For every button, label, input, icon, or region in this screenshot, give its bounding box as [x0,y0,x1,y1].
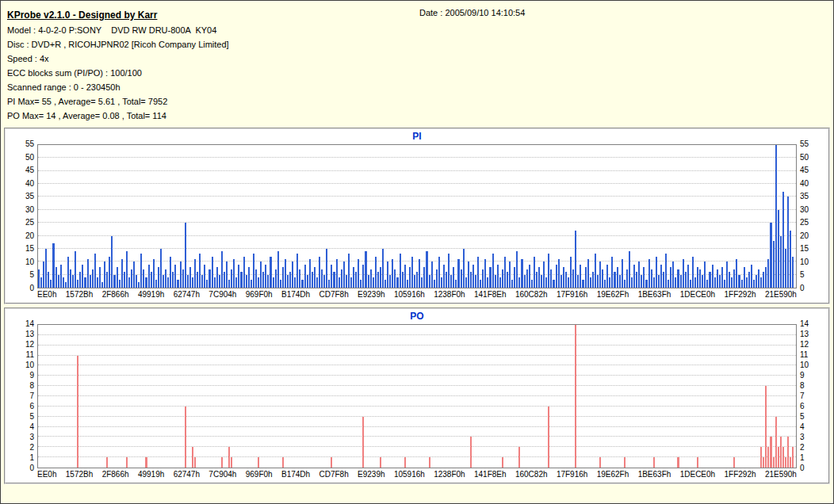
po-y-axis-label: 9 [800,372,805,380]
po-bar [624,457,626,468]
pi-bar [717,269,718,288]
pi-y-axis-label: 40 [25,180,34,188]
pi-bar [465,277,467,288]
pi-plot-area [37,144,797,288]
po-chart-title: PO [10,311,824,324]
po-x-axis-label: 19E62Fh [597,470,629,479]
pi-bar [736,259,737,288]
po-bar [231,457,232,468]
pi-bar [714,277,716,288]
pi-bar [782,192,784,288]
pi-bar [296,254,298,288]
pi-x-axis-label: B174Dh [281,290,310,300]
pi-bar [733,269,735,288]
pi-chart-title: PI [10,131,824,144]
pi-bar [744,267,745,288]
pi-bar [538,267,540,288]
pi-chart-body: 0510152025303540455055 05101520253035404… [10,144,824,288]
pi-bar [592,272,594,288]
pi-bar [79,272,81,288]
pi-bar [553,280,554,288]
pi-bar [631,277,633,288]
po-bar [470,437,472,468]
pi-bar [758,269,759,288]
pi-bar [602,269,603,288]
pi-bar [204,265,205,288]
pi-bar [638,262,640,288]
po-bar [770,437,771,468]
pi-x-axis-label: 49919h [138,290,164,300]
pi-bar [360,280,362,288]
pi-bar [509,262,511,288]
po-y-axis-label: 8 [29,382,34,390]
po-bar [106,457,108,468]
pi-bar [228,280,230,288]
info-po-summary: PO Max= 14 , Average= 0.08 , Total= 114 [7,109,827,123]
po-y-axis-label: 12 [25,341,34,349]
po-x-axis-label: CD7F8h [319,470,348,479]
pi-bar [145,277,147,288]
pi-bar [365,251,366,288]
po-y-axis-label: 2 [29,444,34,452]
pi-bar [304,265,306,288]
pi-bar [126,251,128,288]
pi-bar [773,241,775,288]
pi-bar [155,280,157,288]
pi-bar [477,257,479,288]
pi-bar [384,280,386,288]
pi-bar [446,272,447,288]
po-x-axis-label: 7C904h [208,470,236,479]
po-y-axis-label: 13 [25,330,34,338]
pi-bar [185,223,186,288]
info-model: Model : 4-0-2-0 P:SONY DVD RW DRU-800A K… [7,23,827,37]
pi-bar [404,265,406,288]
header: KProbe v2.1.0 - Designed by Karr Date : … [1,1,833,124]
po-x-axis-label: 49919h [138,470,164,479]
pi-bar [285,259,286,288]
pi-bar [480,280,481,288]
pi-bar [411,257,413,288]
pi-bar [170,257,171,288]
pi-bar [407,280,408,288]
pi-bar [706,280,708,288]
pi-bar [163,275,164,288]
pi-bar [414,275,415,288]
pi-bar [760,277,762,288]
pi-bar [643,267,645,288]
pi-bar [206,280,208,288]
pi-bar [289,272,291,288]
pi-bar [724,280,725,288]
pi-bar [587,259,589,288]
pi-bar [221,251,223,288]
pi-x-axis-label: 7C904h [208,290,236,300]
pi-bar [101,282,103,288]
po-bar [282,457,284,468]
po-y-axis-label: 5 [800,413,805,421]
pi-bar [348,254,350,288]
pi-bar [726,262,728,288]
pi-y-axis-label: 50 [800,154,809,162]
pi-bar [40,277,42,288]
pi-y-axis-label: 10 [25,258,34,266]
pi-bar [400,254,401,288]
po-y-axis-label: 2 [800,444,805,452]
po-bar [790,457,791,468]
pi-bar [167,277,169,288]
pi-bar [143,269,144,288]
pi-bar [558,259,560,288]
pi-bar [653,277,655,288]
pi-bar [111,236,113,288]
pi-bar [153,259,155,288]
pi-bar [267,275,269,288]
pi-bar [380,267,381,288]
pi-bar [502,269,503,288]
pi-bar [521,259,522,288]
pi-y-axis-label: 20 [25,232,34,240]
pi-x-axis-label: E9239h [358,290,384,300]
pi-bar [128,277,130,288]
pi-bar [641,275,642,288]
pi-bar [248,267,250,288]
pi-bar [599,262,601,288]
pi-bar [775,145,777,288]
po-bar [773,457,775,468]
